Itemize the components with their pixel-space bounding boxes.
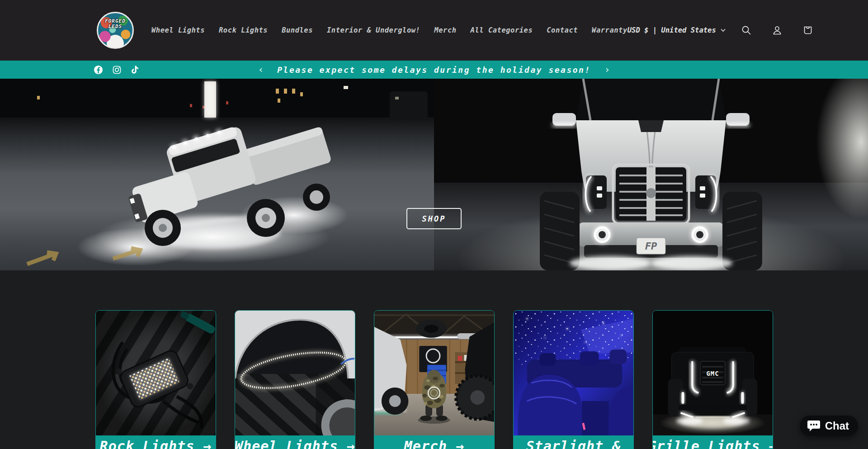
store-logo[interactable]: FORGED LEDS xyxy=(97,12,134,49)
category-card-list: Rock Lights → xyxy=(95,310,773,449)
main-nav: Wheel Lights Rock Lights Bundles Interio… xyxy=(151,26,627,34)
currency-selector[interactable]: USD $ | United States xyxy=(627,26,726,34)
rock-lights-photo xyxy=(96,311,216,435)
category-card-merch[interactable]: Merch → xyxy=(374,310,495,449)
grille-badge-text: GMC xyxy=(706,370,719,377)
site-header: FORGED LEDS Wheel Lights Rock Lights Bun… xyxy=(0,0,868,61)
social-links xyxy=(93,64,141,75)
chat-label: Chat xyxy=(825,420,849,432)
grille-lights-footer: Grille Lights → xyxy=(653,435,773,449)
nav-warranty[interactable]: Warranty xyxy=(592,26,627,34)
chat-bubble-icon xyxy=(807,420,821,432)
announcement-bar: ‹ Please expect some delays during the h… xyxy=(0,61,868,79)
chevron-down-icon xyxy=(721,28,726,32)
account-icon xyxy=(772,25,783,36)
merch-link[interactable]: Merch → xyxy=(404,438,464,449)
wheel-lights-link[interactable]: Wheel Lights → xyxy=(235,438,355,449)
merch-footer: Merch → xyxy=(374,435,494,449)
category-card-starlight[interactable]: Starlight & xyxy=(513,310,634,449)
store-logo-text: FORGED LEDS xyxy=(98,19,132,29)
license-plate-text: FP xyxy=(645,241,657,252)
account-button[interactable] xyxy=(767,20,787,40)
nav-rock-lights[interactable]: Rock Lights xyxy=(219,26,268,34)
cart-button[interactable] xyxy=(798,20,818,40)
nav-all-categories[interactable]: All Categories xyxy=(471,26,533,34)
nav-merch[interactable]: Merch xyxy=(434,26,456,34)
hero-image-right: FP xyxy=(434,79,868,270)
nav-bundles[interactable]: Bundles xyxy=(282,26,313,34)
search-button[interactable] xyxy=(736,20,756,40)
rock-lights-footer: Rock Lights → xyxy=(96,435,216,449)
facebook-icon[interactable] xyxy=(93,64,104,75)
search-icon xyxy=(741,25,752,36)
category-card-wheel-lights[interactable]: Wheel Lights → xyxy=(235,310,355,449)
nav-contact[interactable]: Contact xyxy=(547,26,578,34)
chat-widget-button[interactable]: Chat xyxy=(800,416,858,436)
instagram-icon[interactable] xyxy=(111,64,122,75)
hero-image-left xyxy=(0,79,434,270)
header-actions: USD $ | United States xyxy=(627,20,818,40)
wheel-lights-footer: Wheel Lights → xyxy=(235,435,355,449)
tiktok-icon[interactable] xyxy=(130,64,141,75)
rock-lights-link[interactable]: Rock Lights → xyxy=(100,438,212,449)
shop-button[interactable]: SHOP xyxy=(406,208,462,229)
cart-icon xyxy=(802,25,813,36)
category-card-grille-lights[interactable]: GMC Grille Lights → xyxy=(652,310,773,449)
starlight-photo xyxy=(514,311,633,435)
wheel-lights-photo xyxy=(235,311,355,435)
announcement-next-button[interactable]: › xyxy=(603,65,612,75)
grille-lights-link[interactable]: Grille Lights → xyxy=(652,438,773,449)
category-card-rock-lights[interactable]: Rock Lights → xyxy=(95,310,216,449)
announcement-text: Please expect some delays during the hol… xyxy=(277,65,591,75)
grille-lights-photo: GMC xyxy=(653,311,773,435)
announcement-slider: ‹ Please expect some delays during the h… xyxy=(256,65,612,75)
hero-banner: FP SHOP xyxy=(0,79,868,270)
starlight-footer: Starlight & xyxy=(514,435,633,449)
announcement-prev-button[interactable]: ‹ xyxy=(256,65,265,75)
nav-interior-underglow[interactable]: Interior & Underglow! xyxy=(327,26,420,34)
nav-wheel-lights[interactable]: Wheel Lights xyxy=(151,26,205,34)
merch-photo xyxy=(374,311,494,435)
starlight-link[interactable]: Starlight & xyxy=(526,438,621,449)
